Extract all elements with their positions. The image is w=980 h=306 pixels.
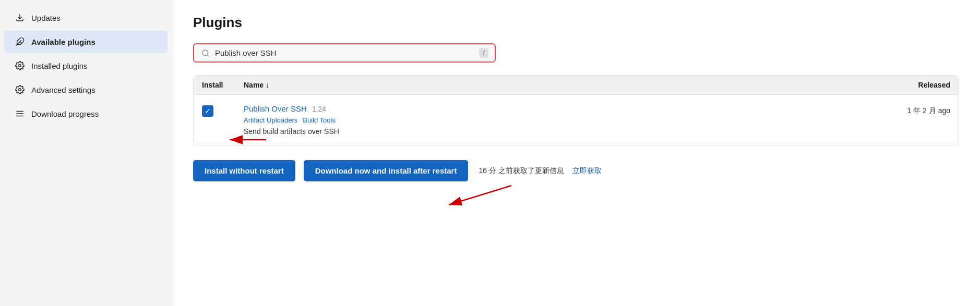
sidebar-label-available-plugins: Available plugins bbox=[31, 38, 95, 46]
plugin-name-line: Publish Over SSH 1.24 bbox=[244, 104, 846, 113]
page-title: Plugins bbox=[193, 15, 959, 31]
update-status-text: 16 分 之前获取了更新信息 bbox=[479, 166, 564, 176]
search-icon bbox=[201, 49, 210, 57]
plugin-name-link[interactable]: Publish Over SSH bbox=[244, 104, 307, 113]
action-bar: Install without restart Download now and… bbox=[193, 160, 959, 181]
refresh-link[interactable]: 立即获取 bbox=[572, 166, 602, 176]
install-without-restart-button[interactable]: Install without restart bbox=[193, 160, 295, 181]
install-checkbox[interactable]: ✓ bbox=[202, 105, 213, 117]
search-container: / bbox=[193, 43, 496, 63]
svg-point-4 bbox=[19, 89, 21, 91]
sidebar-item-updates[interactable]: Updates bbox=[4, 6, 168, 29]
sidebar-item-available-plugins[interactable]: Available plugins bbox=[4, 30, 168, 53]
download-and-install-button[interactable]: Download now and install after restart bbox=[304, 160, 469, 181]
plugin-tags: Artifact Uploaders Build Tools bbox=[244, 116, 846, 124]
search-shortcut: / bbox=[479, 48, 488, 58]
sidebar-label-installed-plugins: Installed plugins bbox=[31, 62, 88, 70]
table-row: ✓ Publish Over SSH 1.24 Artifact Uploade… bbox=[194, 95, 959, 145]
tag-build-tools[interactable]: Build Tools bbox=[303, 116, 336, 124]
header-name: Name ↓ bbox=[244, 81, 846, 89]
sidebar-item-advanced-settings[interactable]: Advanced settings bbox=[4, 78, 168, 101]
gear-icon bbox=[15, 60, 25, 71]
list-icon bbox=[15, 108, 25, 119]
plugin-name-cell: Publish Over SSH 1.24 Artifact Uploaders… bbox=[244, 104, 846, 136]
sidebar-label-download-progress: Download progress bbox=[31, 109, 99, 118]
search-input[interactable] bbox=[215, 48, 487, 57]
checkbox-cell: ✓ bbox=[202, 104, 244, 117]
sidebar-item-download-progress[interactable]: Download progress bbox=[4, 102, 168, 125]
settings-icon bbox=[15, 84, 25, 95]
plugin-description: Send build artifacts over SSH bbox=[244, 127, 846, 136]
sidebar: Updates Available plugins Installed plug… bbox=[0, 0, 172, 306]
checkmark-icon: ✓ bbox=[205, 107, 211, 115]
svg-point-8 bbox=[202, 50, 208, 56]
header-install: Install bbox=[202, 81, 244, 89]
svg-line-9 bbox=[207, 55, 209, 56]
main-content: Plugins / Install Name ↓ Released ✓ bbox=[172, 0, 980, 306]
download-icon bbox=[15, 13, 25, 23]
sidebar-item-installed-plugins[interactable]: Installed plugins bbox=[4, 54, 168, 77]
tag-artifact-uploaders[interactable]: Artifact Uploaders bbox=[244, 116, 297, 124]
svg-point-3 bbox=[19, 65, 21, 67]
sidebar-label-updates: Updates bbox=[31, 14, 61, 22]
plugin-released: 1 年 2 月 ago bbox=[846, 104, 950, 116]
plugin-version: 1.24 bbox=[312, 105, 326, 113]
sidebar-label-advanced-settings: Advanced settings bbox=[31, 85, 95, 94]
plugins-table: Install Name ↓ Released ✓ Publish Over S… bbox=[193, 75, 959, 145]
table-header: Install Name ↓ Released bbox=[194, 76, 959, 95]
puzzle-icon bbox=[15, 36, 25, 47]
header-released: Released bbox=[846, 81, 950, 89]
svg-line-12 bbox=[449, 186, 511, 205]
